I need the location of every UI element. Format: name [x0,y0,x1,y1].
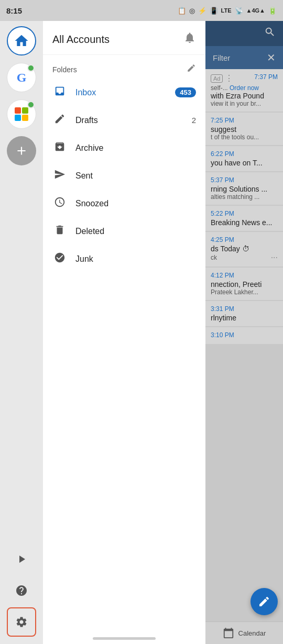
avatar-add-account[interactable] [7,136,36,165]
help-button[interactable] [7,576,36,605]
play-icon [15,553,28,565]
calendar-icon [223,627,234,639]
filter-label[interactable]: Filter [213,53,230,62]
folder-archive[interactable]: Archive [43,134,205,162]
email-body: view it in your br... [211,100,278,107]
menu-icon[interactable]: ⋮ [225,73,233,83]
folders-label: Folders [52,65,77,74]
email-item[interactable]: 3:10 PM [205,327,283,344]
email-sender: suggest [211,125,278,134]
archive-label: Archive [75,143,196,153]
email-time: 7:25 PM [211,117,234,124]
main-layout: G [0,21,283,644]
office-badge [27,101,35,108]
email-time: 7:37 PM [254,73,278,81]
ad-label: Ad [211,74,223,83]
deleted-icon [52,224,67,238]
email-body: ck [211,254,217,261]
drawer: All Accounts Folders Inbox [43,21,205,644]
email-list: Ad ⋮ 7:37 PM self-... Order now with Ezr… [205,69,283,621]
bottom-indicator [93,637,156,640]
email-panel: Filter ✕ Ad ⋮ 7:37 PM self-... Order now… [205,21,283,644]
email-time: 6:22 PM [211,150,234,158]
email-sender: Breaking News e... [211,218,278,227]
email-item[interactable]: 6:22 PM you have on T... [205,146,283,171]
folder-junk[interactable]: Junk [43,245,205,273]
compose-button[interactable] [251,588,278,615]
help-icon [15,584,28,597]
email-item[interactable]: Ad ⋮ 7:37 PM self-... Order now with Ezr… [205,69,283,112]
drawer-title: All Accounts [52,34,110,46]
email-sender: ds Today ⏱ [211,245,278,253]
avatar-home[interactable] [7,26,36,55]
snoozed-label: Snoozed [75,199,196,208]
email-body: t of the tools ou... [211,134,278,141]
sidebar-bottom [0,545,43,644]
folder-snoozed[interactable]: Snoozed [43,190,205,217]
email-item[interactable]: 5:37 PM rning Solutions ... alties match… [205,172,283,205]
google-badge [27,64,35,72]
ellipsis-icon[interactable]: ··· [271,253,278,262]
folders-section: Folders [43,55,205,79]
google-g-icon: G [17,71,27,85]
email-item[interactable]: 3:31 PM rlnytime [205,301,283,326]
vibrate-icon: 📳 [210,7,218,15]
inbox-icon [52,85,67,99]
email-item[interactable]: 4:12 PM nnection, Preeti Prateek Lakher.… [205,268,283,300]
ad-badge: Ad ⋮ [211,73,233,83]
lte-icon: LTE [221,7,232,14]
avatar-office[interactable] [7,99,36,129]
notifications-bell[interactable] [183,31,196,47]
folder-deleted[interactable]: Deleted [43,217,205,245]
battery-icon: 🔋 [268,7,277,15]
signal-icon: ▲4G▲ [246,7,265,14]
email-sender: you have on T... [211,159,278,167]
edit-folders-button[interactable] [187,63,196,75]
home-icon [14,33,29,49]
email-time: 3:31 PM [211,305,234,313]
drawer-header: All Accounts [43,21,205,55]
email-sender: nnection, Preeti [211,280,278,288]
junk-label: Junk [75,254,196,264]
calendar-label: Calendar [238,629,266,637]
search-button[interactable] [264,26,276,41]
avatar-google[interactable]: G [7,63,36,92]
email-sender: with Ezra Pound [211,92,278,100]
inbox-label: Inbox [75,88,167,97]
email-time: 5:22 PM [211,210,234,217]
wifi-icon: 📡 [235,7,243,15]
deleted-label: Deleted [75,227,196,236]
add-icon [15,144,28,158]
settings-button[interactable] [7,607,36,637]
sidebar: G [0,21,43,644]
status-bar: 8:15 📋 ◎ ⚡ 📳 LTE 📡 ▲4G▲ 🔋 [0,0,283,21]
bluetooth-icon: ⚡ [198,7,206,15]
snoozed-icon [52,196,67,210]
calendar-bar[interactable]: Calendar [205,621,283,644]
email-time: 4:12 PM [211,272,234,279]
filter-bar: Filter ✕ [205,46,283,69]
sent-icon [52,169,67,183]
status-time: 8:15 [6,6,22,15]
sent-label: Sent [75,171,196,181]
email-preview: self-... Order now [211,84,278,92]
folder-inbox[interactable]: Inbox 453 [43,79,205,106]
email-item[interactable]: 7:25 PM suggest t of the tools ou... [205,113,283,145]
email-time: 5:37 PM [211,176,234,184]
folder-sent[interactable]: Sent [43,162,205,190]
play-button[interactable] [7,545,36,574]
email-body: alties matching ... [211,193,278,201]
inbox-badge: 453 [175,87,196,97]
archive-icon [52,141,67,155]
email-item[interactable]: 4:25 PM ds Today ⏱ ck ··· [205,232,283,267]
close-filter-button[interactable]: ✕ [267,51,276,64]
email-item[interactable]: 5:22 PM Breaking News e... [205,206,283,231]
drafts-label: Drafts [75,116,183,125]
email-sender: rning Solutions ... [211,185,278,193]
office-icon [15,107,28,121]
junk-icon [52,252,67,266]
email-panel-header [205,21,283,46]
email-sender: rlnytime [211,314,278,322]
folder-drafts[interactable]: Drafts 2 [43,106,205,134]
status-icons: 📋 ◎ ⚡ 📳 LTE 📡 ▲4G▲ 🔋 [178,7,277,15]
